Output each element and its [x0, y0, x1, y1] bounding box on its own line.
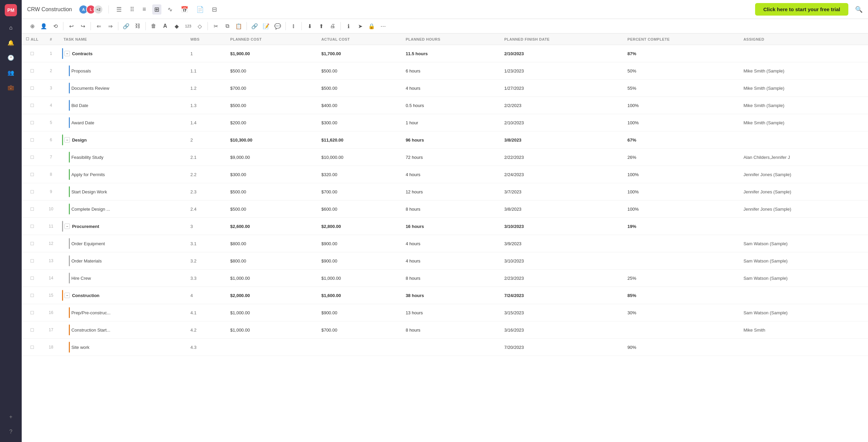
more-btn[interactable]: ⋯: [378, 21, 388, 31]
task-name-cell[interactable]: −Construction: [59, 287, 186, 304]
lock-btn[interactable]: 🔒: [367, 21, 377, 31]
task-name-cell[interactable]: Site work: [59, 339, 186, 356]
free-trial-button[interactable]: Click here to start your free trial: [755, 3, 848, 16]
send-btn[interactable]: ➤: [355, 21, 365, 31]
child-row[interactable]: ☐18Site work4.37/20/202390%: [22, 339, 868, 356]
delete-btn[interactable]: 🗑: [149, 21, 159, 31]
row-checkbox-cell[interactable]: ☐: [22, 339, 42, 356]
row-checkbox-cell[interactable]: ☐: [22, 201, 42, 218]
row-checkbox[interactable]: ☐: [30, 51, 34, 56]
diamond-btn[interactable]: ◇: [195, 21, 205, 31]
th-wbs[interactable]: WBS: [186, 34, 226, 45]
row-checkbox[interactable]: ☐: [30, 241, 34, 246]
task-name-cell[interactable]: Award Date: [59, 114, 186, 131]
child-row[interactable]: ☐13Order Materials3.2$800.00$900.004 hou…: [22, 252, 868, 270]
row-checkbox-cell[interactable]: ☐: [22, 304, 42, 321]
th-task-name[interactable]: TASK NAME: [59, 34, 186, 45]
task-name-cell[interactable]: Apply for Permits: [59, 166, 186, 183]
th-assigned[interactable]: ASSIGNED: [739, 34, 868, 45]
row-checkbox-cell[interactable]: ☐: [22, 321, 42, 339]
th-percent-complete[interactable]: PERCENT COMPLETE: [624, 34, 739, 45]
row-checkbox[interactable]: ☐: [30, 224, 34, 229]
collapse-icon[interactable]: −: [64, 51, 70, 56]
row-checkbox[interactable]: ☐: [30, 258, 34, 264]
child-row[interactable]: ☐12Order Equipment3.1$800.00$900.004 hou…: [22, 235, 868, 252]
info-btn[interactable]: ℹ: [343, 21, 354, 31]
task-name-cell[interactable]: Prep/Pre-construc...: [59, 304, 186, 321]
sidebar-item-home[interactable]: ⌂: [5, 22, 17, 34]
child-row[interactable]: ☐10Complete Design ...2.4$500.00$600.008…: [22, 201, 868, 218]
bar-chart-icon[interactable]: ⠿: [128, 4, 136, 15]
task-name-cell[interactable]: Bid Date: [59, 97, 186, 114]
row-checkbox-cell[interactable]: ☐: [22, 270, 42, 287]
row-checkbox-cell[interactable]: ☐: [22, 45, 42, 62]
text-btn[interactable]: A: [160, 21, 170, 31]
number-btn[interactable]: 123: [183, 21, 193, 31]
print-btn[interactable]: 🖨: [328, 21, 338, 31]
cut-btn[interactable]: ✂: [211, 21, 221, 31]
copy-btn[interactable]: ⧉: [222, 21, 232, 31]
row-checkbox[interactable]: ☐: [30, 172, 34, 177]
th-planned-finish[interactable]: PLANNED FINISH DATE: [500, 34, 623, 45]
child-row[interactable]: ☐3Documents Review1.2$700.00$500.004 hou…: [22, 80, 868, 97]
link2-btn[interactable]: 🔗: [250, 21, 260, 31]
row-checkbox[interactable]: ☐: [30, 138, 34, 143]
th-planned-hours[interactable]: PLANNED HOURS: [401, 34, 500, 45]
calendar-icon[interactable]: 📅: [179, 4, 190, 15]
add-task-btn[interactable]: ⊕: [27, 21, 37, 31]
th-actual-cost[interactable]: ACTUAL COST: [317, 34, 402, 45]
child-row[interactable]: ☐14Hire Crew3.3$1,000.00$1,000.008 hours…: [22, 270, 868, 287]
task-name-cell[interactable]: Start Design Work: [59, 183, 186, 201]
row-checkbox[interactable]: ☐: [30, 276, 34, 281]
document-icon[interactable]: 📄: [194, 4, 206, 15]
indent-right-btn[interactable]: ⇒: [105, 21, 115, 31]
child-row[interactable]: ☐2Proposals1.1$500.00$500.006 hours1/23/…: [22, 62, 868, 80]
search-icon[interactable]: 🔍: [855, 6, 863, 13]
row-checkbox[interactable]: ☐: [30, 207, 34, 212]
task-name-cell[interactable]: Construction Start...: [59, 321, 186, 339]
group-row[interactable]: ☐1−Contracts1$1,900.00$1,700.0011.5 hour…: [22, 45, 868, 62]
task-name-cell[interactable]: −Contracts: [59, 45, 186, 62]
task-name-cell[interactable]: Complete Design ...: [59, 201, 186, 218]
redo-btn[interactable]: ↪: [78, 21, 88, 31]
row-checkbox[interactable]: ☐: [30, 155, 34, 160]
row-checkbox-cell[interactable]: ☐: [22, 80, 42, 97]
group-row[interactable]: ☐11−Procurement3$2,600.00$2,800.0016 hou…: [22, 218, 868, 235]
row-checkbox-cell[interactable]: ☐: [22, 252, 42, 270]
collapse-icon[interactable]: −: [64, 137, 70, 143]
child-row[interactable]: ☐4Bid Date1.3$500.00$400.000.5 hours2/2/…: [22, 97, 868, 114]
paste-btn[interactable]: 📋: [234, 21, 244, 31]
link-btn[interactable]: 🔗: [121, 21, 131, 31]
sidebar-help-button[interactable]: ?: [5, 426, 17, 438]
highlight-btn[interactable]: ◆: [172, 21, 182, 31]
group-row[interactable]: ☐6−Design2$10,300.00$11,620.0096 hours3/…: [22, 131, 868, 149]
row-checkbox-cell[interactable]: ☐: [22, 218, 42, 235]
child-row[interactable]: ☐5Award Date1.4$200.00$300.001 hour2/10/…: [22, 114, 868, 131]
row-checkbox-cell[interactable]: ☐: [22, 235, 42, 252]
all-checkbox-icon[interactable]: ☐: [26, 37, 29, 41]
collapse-icon[interactable]: −: [64, 293, 70, 298]
row-checkbox-cell[interactable]: ☐: [22, 183, 42, 201]
sidebar-item-team[interactable]: 👥: [5, 66, 17, 79]
row-checkbox-cell[interactable]: ☐: [22, 166, 42, 183]
undo-btn[interactable]: ↩: [66, 21, 76, 31]
menu-icon[interactable]: ☰: [114, 4, 124, 15]
task-name-cell[interactable]: Order Equipment: [59, 235, 186, 252]
row-checkbox[interactable]: ☐: [30, 68, 34, 73]
child-row[interactable]: ☐8Apply for Permits2.2$300.00$320.004 ho…: [22, 166, 868, 183]
indent-left-btn[interactable]: ⇐: [94, 21, 104, 31]
sidebar-item-history[interactable]: 🕐: [5, 51, 17, 64]
add-person-btn[interactable]: 👤: [39, 21, 49, 31]
row-checkbox-cell[interactable]: ☐: [22, 114, 42, 131]
graph-icon[interactable]: ∿: [165, 4, 175, 15]
row-checkbox-cell[interactable]: ☐: [22, 149, 42, 166]
row-checkbox[interactable]: ☐: [30, 293, 34, 298]
sidebar-add-button[interactable]: +: [5, 411, 17, 423]
download-btn[interactable]: ⬇: [304, 21, 315, 31]
task-name-cell[interactable]: Hire Crew: [59, 270, 186, 287]
child-row[interactable]: ☐9Start Design Work2.3$500.00$700.0012 h…: [22, 183, 868, 201]
task-name-cell[interactable]: Proposals: [59, 62, 186, 80]
row-checkbox-cell[interactable]: ☐: [22, 287, 42, 304]
avatar-count[interactable]: +2: [94, 5, 103, 14]
child-row[interactable]: ☐7Feasibility Study2.1$9,000.00$10,000.0…: [22, 149, 868, 166]
